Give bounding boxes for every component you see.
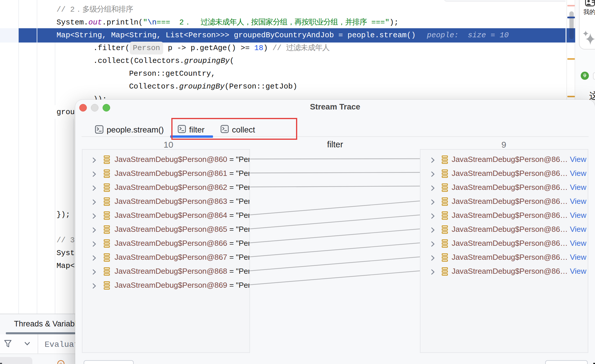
svg-text:p: p <box>60 361 62 364</box>
